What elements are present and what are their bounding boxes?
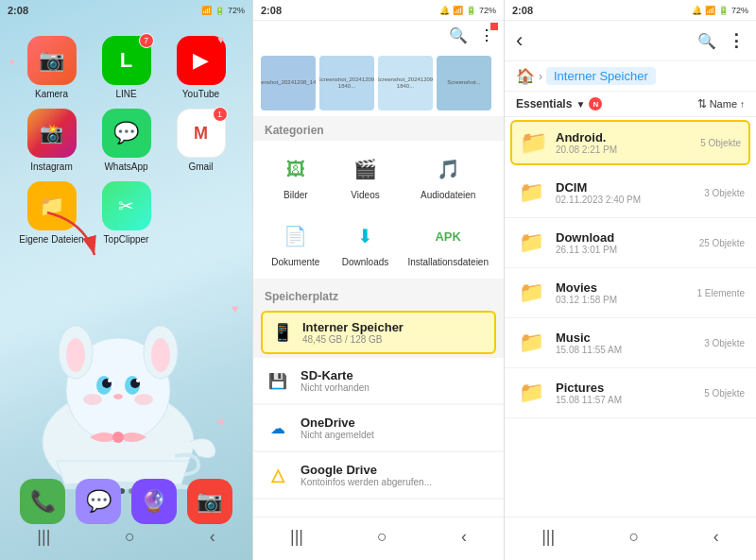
folder-pictures[interactable]: 📁 Pictures 15.08 11:57 AM 5 Objekte <box>505 368 756 418</box>
android-folder-info: Android. 20.08 2:21 PM <box>556 130 693 155</box>
nav-menu-btn-1[interactable]: ||| <box>22 523 65 551</box>
back-button[interactable]: ‹ <box>516 28 523 53</box>
nav-back-btn-2[interactable]: ‹ <box>446 523 482 551</box>
screenshot-3[interactable]: Screenshot_20241209-1840... <box>378 56 433 110</box>
dokumente-label: Dokumente <box>271 257 319 267</box>
panel3-header: ‹ 🔍 ⋮ <box>505 21 756 61</box>
pictures-icon: 📁 <box>516 378 546 408</box>
apk-label: Installationsdateien <box>407 257 489 267</box>
folder-android[interactable]: 📁 Android. 20.08 2:21 PM 5 Objekte <box>510 120 750 165</box>
trash-icon: 🗑 <box>265 556 291 560</box>
storage-onedrive[interactable]: ☁ OneDrive Nicht angemeldet <box>253 405 504 450</box>
svg-point-5 <box>66 338 85 372</box>
folder-list: 📁 Android. 20.08 2:21 PM 5 Objekte 📁 DCI… <box>505 117 756 418</box>
category-videos[interactable]: 🎬 Videos <box>335 146 397 206</box>
category-dokumente[interactable]: 📄 Dokumente <box>265 213 327 273</box>
youtube-label: YouTube <box>182 89 219 99</box>
audio-label: Audiodateien <box>421 190 475 200</box>
app-line[interactable]: L 7 LINE <box>94 36 159 99</box>
bilder-icon: 🖼 <box>279 152 313 186</box>
battery-p3: 72% <box>731 6 748 15</box>
app-instagram[interactable]: 📸 Instagram <box>19 109 84 172</box>
battery-p2: 72% <box>479 6 496 15</box>
instagram-icon-img: 📸 <box>27 109 77 158</box>
movies-name: Movies <box>556 280 687 295</box>
music-info: Music 15.08 11:55 AM <box>556 331 695 355</box>
nav-home-btn-1[interactable]: ○ <box>110 523 150 551</box>
dcim-date: 02.11.2023 2:40 PM <box>556 195 695 205</box>
folder-music[interactable]: 📁 Music 15.08 11:55 AM 3 Objekte <box>505 318 756 368</box>
dcim-count: 3 Objekte <box>704 188 745 198</box>
onedrive-info: OneDrive Nicht angemeldet <box>301 416 492 440</box>
screenshot-4[interactable]: Screenshot... <box>437 56 491 110</box>
category-audio[interactable]: 🎵 Audiodateien <box>404 146 492 206</box>
essentials-label: Essentials <box>516 97 572 110</box>
sort-button[interactable]: ⇅ Name ↑ <box>697 97 745 110</box>
svg-point-12 <box>136 379 140 382</box>
status-icons-panel1: 📶 🔋 72% <box>201 6 245 15</box>
category-downloads[interactable]: ⬇ Downloads <box>335 213 397 273</box>
sd-info: SD-Karte Nicht vorhanden <box>301 368 492 393</box>
storage-sd[interactable]: 💾 SD-Karte Nicht vorhanden <box>253 358 504 403</box>
kamera-label: Kamera <box>35 89 68 99</box>
dokumente-icon: 📄 <box>279 219 313 253</box>
gdrive-name: Google Drive <box>301 463 492 477</box>
movies-count: 1 Elemente <box>696 288 745 298</box>
sd-detail: Nicht vorhanden <box>301 382 492 393</box>
audio-icon: 🎵 <box>431 152 465 186</box>
downloads-icon: ⬇ <box>349 219 383 253</box>
time-panel1: 2:08 <box>8 5 28 16</box>
folder-dcim[interactable]: 📁 DCIM 02.11.2023 2:40 PM 3 Objekte <box>505 168 756 218</box>
folder-download[interactable]: 📁 Download 26.11 3:01 PM 25 Objekte <box>505 218 756 268</box>
app-gmail[interactable]: M 1 Gmail <box>168 109 233 172</box>
storage-interner[interactable]: 📱 Interner Speicher 48,45 GB / 128 GB <box>261 311 496 354</box>
nav-home-btn-2[interactable]: ○ <box>362 523 403 551</box>
nav-home-btn-3[interactable]: ○ <box>614 523 655 551</box>
sort-icon: ⇅ <box>697 97 707 110</box>
nav-back-btn-3[interactable]: ‹ <box>698 523 734 551</box>
screenshot-1[interactable]: Screenshot_20241208_1408... <box>261 56 316 110</box>
more-icon-p3[interactable]: ⋮ <box>728 30 745 51</box>
onedrive-name: OneDrive <box>301 416 492 430</box>
topclipper-icon-img: ✂ <box>102 181 151 230</box>
essentials-button[interactable]: Essentials ▼ N <box>516 97 602 110</box>
app-whatsapp[interactable]: 💬 WhatsApp <box>94 109 159 172</box>
category-apk[interactable]: APK Installationsdateien <box>404 213 492 273</box>
search-icon-p3[interactable]: 🔍 <box>697 32 716 50</box>
menu-icon-p2[interactable]: ⋮ <box>479 26 494 44</box>
nav-menu-btn-3[interactable]: ||| <box>526 523 570 551</box>
essentials-dropdown-icon: ▼ <box>576 99 585 110</box>
folder-movies[interactable]: 📁 Movies 03.12 1:58 PM 1 Elemente <box>505 268 756 318</box>
svg-point-15 <box>134 394 153 405</box>
notif-icon-p3: 🔔 <box>692 6 702 15</box>
download-date: 26.11 3:01 PM <box>556 245 690 255</box>
download-info: Download 26.11 3:01 PM <box>556 230 690 255</box>
status-bar-panel1: 2:08 📶 🔋 72% <box>0 0 252 21</box>
android-folder-icon: 📁 <box>520 129 548 156</box>
nav-menu-btn-2[interactable]: ||| <box>275 523 318 551</box>
gdrive-info: Google Drive Kontoinfos werden abgerufen… <box>301 463 492 487</box>
pictures-count: 5 Objekte <box>704 388 745 399</box>
app-kamera[interactable]: 📷 Kamera <box>19 36 84 99</box>
pictures-date: 15.08 11:57 AM <box>556 395 695 405</box>
pictures-name: Pictures <box>556 381 695 395</box>
storage-gdrive[interactable]: △ Google Drive Kontoinfos werden abgeruf… <box>253 452 504 498</box>
dcim-name: DCIM <box>556 180 695 195</box>
screenshot-2[interactable]: Screenshot_20241209-1840... <box>319 56 374 110</box>
category-bilder[interactable]: 🖼 Bilder <box>265 146 327 206</box>
signal-icon: 📶 <box>201 6 212 15</box>
sd-name: SD-Karte <box>301 368 492 382</box>
dcim-info: DCIM 02.11.2023 2:40 PM <box>556 180 695 205</box>
pictures-info: Pictures 15.08 11:57 AM <box>556 381 695 405</box>
breadcrumb: 🏠 › Interner Speicher <box>505 61 756 92</box>
breadcrumb-home-icon[interactable]: 🏠 <box>516 67 535 85</box>
red-arrow-icon <box>38 203 104 260</box>
status-bar-panel3: 2:08 🔔 📶 🔋 72% <box>505 0 756 21</box>
dcim-icon: 📁 <box>516 178 546 208</box>
interner-info: Interner Speicher 48,45 GB / 128 GB <box>302 320 404 345</box>
gmail-icon-img: M 1 <box>177 109 226 158</box>
search-icon-p2[interactable]: 🔍 <box>449 26 468 44</box>
heart-decoration-1: ♥ <box>217 33 224 46</box>
file-manager-panel: 2:08 🔔 📶 🔋 72% 🔍 ⋮ Screenshot_20241208_1… <box>252 0 505 560</box>
nav-back-btn-1[interactable]: ‹ <box>195 523 231 551</box>
